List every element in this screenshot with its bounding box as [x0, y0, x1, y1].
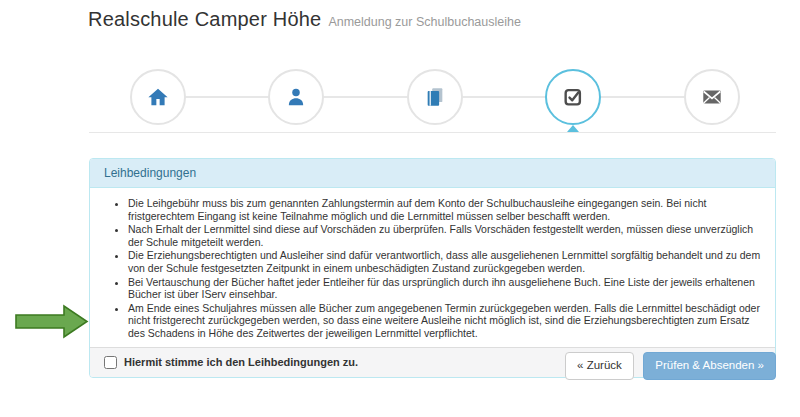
panel-heading: Leihbedingungen — [90, 159, 775, 188]
leihbedingungen-panel: Leihbedingungen Die Leihgebühr muss bis … — [89, 158, 776, 378]
step-leihbedingungen-active[interactable] — [545, 69, 601, 125]
envelope-icon — [701, 86, 723, 108]
action-button-row: « Zurück Prüfen & Absenden » — [0, 352, 776, 380]
term-item: Die Leihgebühr muss bis zum genannten Za… — [128, 197, 761, 222]
stepper-divider — [89, 132, 776, 133]
panel-body: Die Leihgebühr muss bis zum genannten Za… — [90, 188, 775, 347]
check-square-icon — [562, 86, 584, 108]
step-start[interactable] — [130, 69, 186, 125]
wizard-stepper — [0, 0, 800, 140]
term-item: Am Ende eines Schuljahres müssen alle Bü… — [128, 302, 761, 340]
book-icon — [424, 86, 446, 108]
back-button[interactable]: « Zurück — [565, 352, 634, 380]
user-icon — [285, 86, 307, 108]
active-step-pointer-icon — [567, 125, 579, 132]
step-buecher[interactable] — [407, 69, 463, 125]
home-icon — [147, 86, 169, 108]
term-item: Die Erziehungsberechtigten und Ausleiher… — [128, 249, 761, 274]
step-absenden[interactable] — [684, 69, 740, 125]
step-kontaktdaten[interactable] — [268, 69, 324, 125]
term-item: Nach Erhalt der Lernmittel sind diese au… — [128, 223, 761, 248]
term-item: Bei Vertauschung der Bücher haftet jeder… — [128, 276, 761, 301]
terms-list: Die Leihgebühr muss bis zum genannten Za… — [104, 197, 761, 340]
green-callout-arrow-icon — [14, 304, 89, 339]
submit-button[interactable]: Prüfen & Absenden » — [643, 352, 776, 380]
